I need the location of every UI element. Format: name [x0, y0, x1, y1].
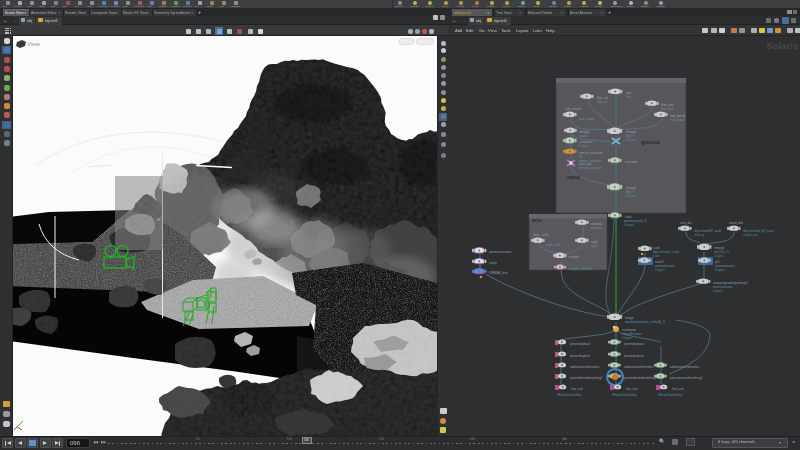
svg-text:prerendingback: prerendingback — [570, 342, 591, 346]
svg-text:scatter: scatter — [579, 134, 587, 138]
svg-text:/RenderContextImg: /RenderContextImg — [658, 393, 683, 397]
svg-text:rock_dist: rock_dist — [680, 221, 692, 225]
svg-text:/RenderContextImg: /RenderContextImg — [612, 393, 637, 397]
svg-text:artworks: artworks — [591, 222, 603, 226]
svg-text:synth: synth — [591, 244, 598, 248]
svg-text:flow_default: flow_default — [670, 118, 685, 122]
svg-text:transform: transform — [625, 160, 638, 164]
svg-text:collections: collections — [579, 140, 593, 144]
svg-text:6 layers: 6 layers — [579, 144, 589, 148]
svg-text:round_dist: round_dist — [729, 221, 743, 225]
svg-text:materialvariants: materialvariants — [713, 285, 733, 289]
svg-text:hou_usd: hou_usd — [672, 387, 684, 391]
svg-text:weatherground_%: weatherground_% — [624, 219, 647, 223]
svg-text:quick_gen: quick_gen — [579, 162, 593, 166]
svg-text:additionalworldrenders: additionalworldrenders — [624, 365, 654, 369]
svg-text:KINEMA_floor: KINEMA_floor — [489, 271, 508, 275]
svg-text:synth: synth — [591, 240, 598, 244]
svg-text:additionalworldrenders: additionalworldrenders — [570, 365, 600, 369]
svg-text:2 layers: 2 layers — [714, 254, 724, 258]
svg-text:instancegeometrysettings2: instancegeometrysettings2 — [713, 281, 748, 285]
svg-text:2 layers: 2 layers — [715, 268, 725, 272]
svg-text:flow_%: flow_% — [626, 190, 636, 194]
svg-text:/RenderContextImg: /RenderContextImg — [557, 393, 582, 397]
svg-text:objects/rocks7_scale: objects/rocks7_scale — [653, 250, 679, 254]
svg-text:prerenderrendernothing2: prerenderrendernothing2 — [570, 376, 603, 380]
svg-text:rock_fills_%: rock_fills_% — [714, 250, 729, 254]
svg-text:6 layers: 6 layers — [626, 138, 636, 142]
svg-text:remove_instances: remove_instances — [579, 166, 602, 170]
svg-text:61: 61 — [579, 155, 583, 159]
svg-text:flow_bank: flow_bank — [661, 107, 674, 111]
svg-text:ultragen: ultragen — [579, 130, 590, 134]
svg-text:flow_%: flow_% — [626, 134, 636, 138]
svg-text:materialvariants: materialvariants — [715, 264, 735, 268]
svg-text:flow_stream: flow_stream — [579, 117, 595, 121]
svg-text:sand: sand — [625, 215, 632, 219]
svg-text:hou_usd: hou_usd — [571, 387, 583, 391]
svg-text:flow_std: flow_std — [597, 100, 608, 104]
svg-text:6 layers: 6 layers — [626, 194, 636, 198]
svg-text:sceneprep: sceneprep — [622, 328, 636, 332]
svg-text:env: env — [532, 217, 542, 223]
svg-text:flow_std: flow_std — [597, 96, 608, 100]
svg-text:static_rocks: static_rocks — [546, 243, 561, 247]
svg-text:flow: flow — [626, 91, 632, 95]
svg-text:pointinstancerext: pointinstancerext — [489, 250, 511, 254]
svg-text:flow_default: flow_default — [670, 114, 686, 118]
svg-text:envlights_valley13: envlights_valley13 — [569, 267, 592, 271]
svg-text:prerendingfront: prerendingfront — [570, 354, 590, 358]
svg-text:flow_bank: flow_bank — [661, 103, 675, 107]
svg-text:artworks: artworks — [591, 226, 602, 230]
svg-text:merged: merged — [569, 255, 579, 259]
svg-text:sand: sand — [567, 174, 580, 180]
svg-text:prerendingfront: prerendingfront — [624, 354, 644, 358]
svg-text:merged: merged — [714, 246, 724, 250]
svg-text:Solaris: Solaris — [766, 40, 798, 51]
svg-text:rocks2: rocks2 — [655, 260, 664, 264]
svg-text:2 layers: 2 layers — [622, 336, 632, 340]
svg-text:ok2: ok2 — [715, 260, 720, 264]
svg-text:valley46camera: valley46camera — [622, 332, 642, 336]
svg-text:6 layers: 6 layers — [624, 223, 634, 227]
svg-text:2 layers: 2 layers — [655, 268, 665, 272]
svg-text:scale: scale — [653, 254, 660, 258]
svg-text:hou_usd: hou_usd — [626, 387, 638, 391]
svg-text:static_rocks: static_rocks — [533, 233, 549, 237]
svg-text:rounds_out: rounds_out — [743, 233, 757, 237]
svg-text:merged: merged — [626, 130, 636, 134]
svg-text:prerendingback: prerendingback — [624, 342, 645, 346]
svg-text:cache: cache — [489, 261, 497, 265]
svg-text:objects/round_fill7_asset: objects/round_fill7_asset — [743, 229, 774, 233]
svg-text:rocks_lg: rocks_lg — [694, 233, 705, 237]
svg-text:remove_instances: remove_instances — [579, 151, 603, 155]
svg-text:prerenderrendernothing2: prerenderrendernothing2 — [670, 376, 703, 380]
svg-text:View: View — [27, 41, 41, 47]
svg-text:prerenderrendernothing2: prerenderrendernothing2 — [624, 376, 657, 380]
svg-text:flow_stream: flow_stream — [565, 107, 582, 111]
svg-text:materialvariants: materialvariants — [655, 264, 675, 268]
svg-text:2 layers: 2 layers — [713, 289, 723, 293]
svg-text:weatherednationals_valley46_%: weatherednationals_valley46_% — [625, 320, 666, 324]
svg-text:merge: merge — [625, 316, 634, 320]
svg-text:objects/rockfill7_asset: objects/rockfill7_asset — [694, 229, 722, 233]
svg-text:additionalworldrenders: additionalworldrenders — [670, 365, 700, 369]
svg-text:ground: ground — [641, 139, 660, 145]
svg-text:scale: scale — [653, 246, 660, 250]
svg-text:merged: merged — [626, 186, 636, 190]
